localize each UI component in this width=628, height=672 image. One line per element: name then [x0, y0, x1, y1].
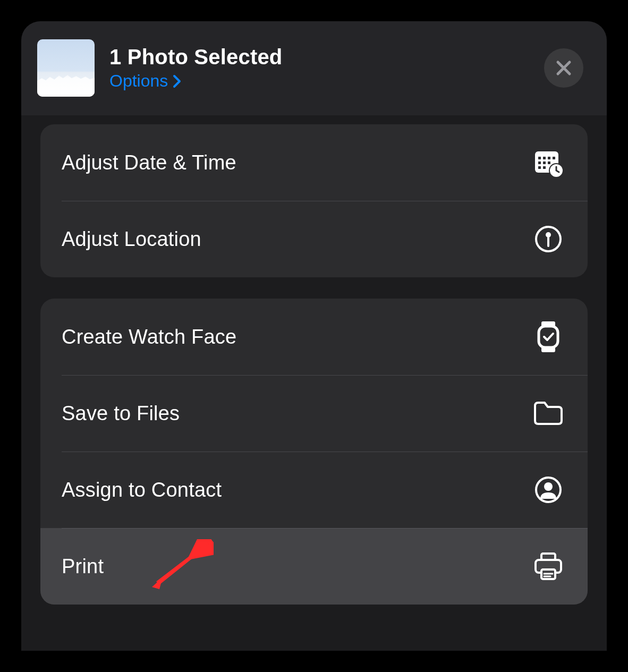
folder-icon — [532, 397, 564, 429]
header-text: 1 Photo Selected Options — [109, 45, 283, 91]
close-button[interactable] — [544, 48, 583, 88]
contact-icon — [532, 474, 564, 506]
action-label: Adjust Location — [62, 228, 201, 251]
svg-rect-1 — [538, 157, 541, 159]
action-label: Print — [62, 555, 104, 578]
action-group-more: Create Watch Face Save to Files — [40, 299, 588, 605]
action-label: Create Watch Face — [62, 326, 236, 348]
svg-rect-9 — [543, 166, 546, 169]
options-label: Options — [109, 71, 168, 91]
options-link[interactable]: Options — [109, 71, 283, 91]
printer-icon — [532, 550, 564, 582]
selection-title: 1 Photo Selected — [109, 45, 283, 69]
action-save-to-files[interactable]: Save to Files — [40, 375, 588, 452]
share-sheet-window: 1 Photo Selected Options — [0, 0, 628, 672]
close-icon — [555, 59, 573, 77]
chevron-right-icon — [172, 74, 182, 89]
action-label: Save to Files — [62, 402, 180, 425]
svg-rect-7 — [548, 161, 550, 164]
selected-photo-thumbnail[interactable] — [37, 39, 95, 97]
share-sheet: 1 Photo Selected Options — [21, 21, 607, 651]
action-group-adjust: Adjust Date & Time — [40, 124, 588, 277]
svg-rect-6 — [543, 161, 546, 164]
svg-rect-3 — [548, 157, 550, 159]
svg-rect-5 — [538, 161, 541, 164]
svg-rect-4 — [553, 157, 555, 159]
action-label: Adjust Date & Time — [62, 151, 236, 174]
share-sheet-header: 1 Photo Selected Options — [21, 21, 607, 115]
svg-rect-15 — [539, 326, 558, 347]
action-adjust-location[interactable]: Adjust Location — [40, 201, 588, 277]
header-divider — [21, 115, 607, 120]
action-assign-to-contact[interactable]: Assign to Contact — [40, 452, 588, 528]
svg-rect-8 — [538, 166, 541, 169]
action-adjust-date-time[interactable]: Adjust Date & Time — [40, 124, 588, 201]
calendar-clock-icon — [532, 147, 564, 178]
action-label: Assign to Contact — [62, 479, 222, 501]
svg-point-17 — [544, 482, 553, 491]
action-print[interactable]: Print — [40, 528, 588, 605]
svg-rect-2 — [543, 157, 546, 159]
location-pin-icon — [532, 223, 564, 255]
action-create-watch-face[interactable]: Create Watch Face — [40, 299, 588, 375]
watch-icon — [532, 321, 564, 353]
